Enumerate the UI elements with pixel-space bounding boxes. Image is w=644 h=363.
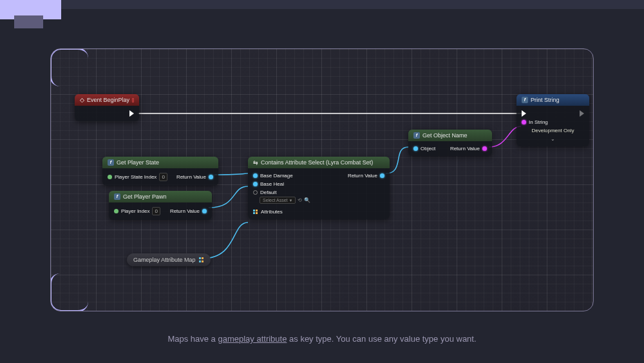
node-body: Base Damage Return Value Base Heal Defau… xyxy=(248,168,390,219)
output-pin[interactable] xyxy=(380,173,384,178)
node-get-player-pawn[interactable]: f Get Player Pawn Player Index 0 Return … xyxy=(109,191,212,220)
reset-icon[interactable]: ⟲ xyxy=(298,197,302,203)
node-header: ⇆ Contains Attribute Select (Lyra Combat… xyxy=(248,157,390,168)
expand-chevron-icon[interactable]: ⌄ xyxy=(551,136,555,142)
pin-label: Attributes xyxy=(261,209,283,215)
exec-out-pin[interactable] xyxy=(580,110,584,117)
browse-icon[interactable]: 🔍 xyxy=(304,197,310,203)
output-pin[interactable] xyxy=(482,146,487,151)
input-pin-default[interactable] xyxy=(253,190,258,195)
node-gameplay-attribute-map[interactable]: Gameplay Attribute Map xyxy=(127,253,211,266)
node-title: Event BeginPlay xyxy=(87,97,129,103)
exec-in-pin[interactable] xyxy=(522,110,526,117)
index-input[interactable]: 0 xyxy=(152,207,160,215)
return-label: Return Value xyxy=(176,174,206,180)
function-icon: f xyxy=(522,97,528,103)
input-pin[interactable] xyxy=(108,175,112,179)
asset-select[interactable]: Select Asset ▼ xyxy=(260,197,296,204)
node-title: Get Object Name xyxy=(422,132,468,139)
input-pin[interactable] xyxy=(114,209,118,213)
node-body xyxy=(75,106,139,121)
return-label: Return Value xyxy=(170,208,200,214)
input-pin-base-damage[interactable] xyxy=(253,173,258,178)
node-body: Player State Index 0 Return Value xyxy=(102,168,218,186)
output-pin[interactable] xyxy=(202,209,207,213)
switch-icon: ⇆ xyxy=(253,159,258,166)
node-header: ◇ Event BeginPlay xyxy=(75,94,139,106)
node-title: Contains Attribute Select (Lyra Combat S… xyxy=(261,159,373,166)
function-icon: f xyxy=(413,132,420,139)
node-get-object-name[interactable]: f Get Object Name Object Return Value xyxy=(408,130,492,156)
top-bar xyxy=(0,0,644,9)
node-title: Print String xyxy=(531,97,560,103)
node-title: Get Player State xyxy=(117,159,159,166)
variable-label: Gameplay Attribute Map xyxy=(133,257,196,263)
node-title: Get Player Pawn xyxy=(123,193,167,200)
return-label: Return Value xyxy=(348,173,377,179)
pin-label: In String xyxy=(529,119,548,125)
exec-out-pin[interactable] xyxy=(129,110,134,117)
accent-block-dark xyxy=(14,15,43,28)
output-pin[interactable] xyxy=(209,175,213,179)
node-header: f Get Object Name xyxy=(408,130,492,141)
node-event-beginplay[interactable]: ◇ Event BeginPlay xyxy=(75,94,139,121)
map-pin-icon[interactable] xyxy=(253,210,258,215)
node-header: f Get Player Pawn xyxy=(109,191,212,202)
function-icon: f xyxy=(108,159,114,166)
blueprint-canvas[interactable]: ◇ Event BeginPlay f Get Player State Pla… xyxy=(50,48,594,311)
caption-link[interactable]: gameplay attribute xyxy=(218,334,287,344)
node-body: Object Return Value xyxy=(408,141,492,156)
node-contains-attribute-select[interactable]: ⇆ Contains Attribute Select (Lyra Combat… xyxy=(248,157,390,219)
return-label: Return Value xyxy=(450,146,480,152)
node-body: In String Development Only ⌄ xyxy=(516,106,589,146)
pin-label: Object xyxy=(421,146,435,152)
input-pin-in-string[interactable] xyxy=(522,120,526,124)
event-icon: ◇ xyxy=(80,97,84,103)
node-body: Player Index 0 Return Value xyxy=(109,202,212,220)
map-pin-icon[interactable] xyxy=(199,257,204,262)
index-input[interactable]: 0 xyxy=(159,173,167,181)
node-print-string[interactable]: f Print String In String Development Onl… xyxy=(516,94,589,146)
node-header: f Print String xyxy=(516,94,589,106)
input-pin-object[interactable] xyxy=(413,146,418,151)
pin-label: Player State Index xyxy=(115,174,156,180)
stop-icon xyxy=(132,98,134,103)
function-icon: f xyxy=(114,193,120,200)
input-pin-base-heal[interactable] xyxy=(253,182,258,186)
pin-label: Player Index xyxy=(121,208,149,214)
caption-text: Maps have a gameplay attribute as key ty… xyxy=(0,334,644,344)
chevron-down-icon: ▼ xyxy=(289,199,293,202)
pin-label: Base Damage xyxy=(260,173,293,179)
pin-label: Default xyxy=(260,190,276,195)
node-get-player-state[interactable]: f Get Player State Player State Index 0 … xyxy=(102,157,218,186)
node-header: f Get Player State xyxy=(102,157,218,168)
dev-only-label: Development Only xyxy=(532,128,574,133)
pin-label: Base Heal xyxy=(260,181,284,187)
